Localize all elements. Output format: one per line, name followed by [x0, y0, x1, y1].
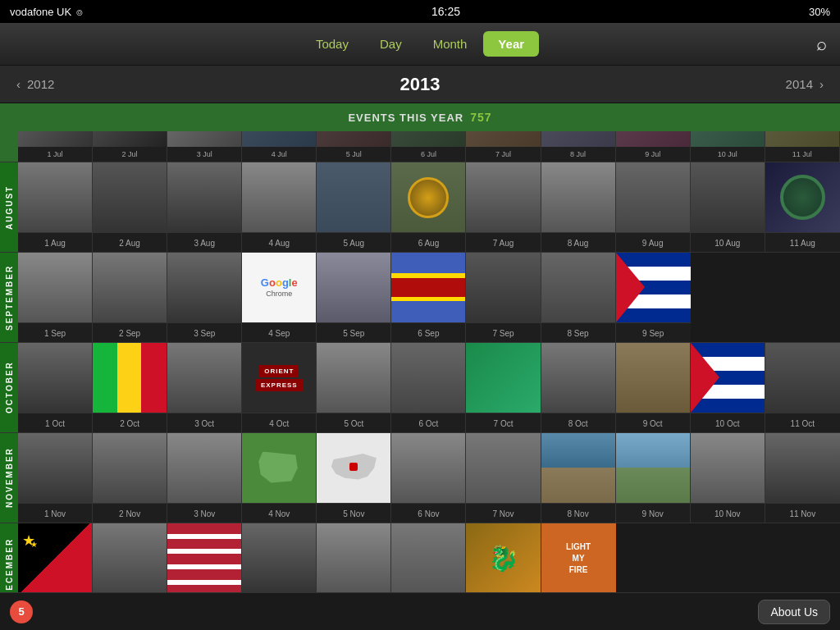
day-cell[interactable]: 2 Nov: [93, 433, 167, 523]
day-cell[interactable]: LIGHTMYFIRE 8 Dec: [541, 523, 616, 592]
search-button[interactable]: ⌕: [816, 34, 827, 55]
day-cell[interactable]: 6 Oct: [391, 343, 466, 432]
day-cell[interactable]: 2 Sep: [93, 253, 167, 342]
day-label: 5 Nov: [317, 503, 390, 523]
day-cell[interactable]: 10 Jul: [691, 131, 765, 162]
calendar-scroll[interactable]: 1 Jul 2 Jul 3 Jul 4 Jul 5 Jul 6 Jul: [0, 131, 840, 592]
day-cell[interactable]: 3 Aug: [167, 162, 242, 252]
day-cell[interactable]: 2 Jul: [93, 131, 167, 162]
day-label: 4 Sep: [242, 322, 316, 342]
day-label: 5 Oct: [317, 413, 390, 432]
events-count: 757: [470, 111, 491, 124]
tab-today[interactable]: Today: [301, 31, 363, 57]
day-cell[interactable]: 4 Aug: [242, 162, 317, 252]
day-label: 10 Nov: [691, 503, 765, 523]
month-label-aug: AUGUST: [0, 162, 18, 252]
day-cell[interactable]: 1 Aug: [18, 162, 93, 252]
day-cell[interactable]: 7 Sep: [466, 253, 541, 342]
events-label: EVENTS THIS YEAR: [348, 112, 463, 124]
day-cell[interactable]: 4 Jul: [242, 131, 317, 162]
day-cell[interactable]: 3 Nov: [167, 433, 242, 523]
day-label: 4 Oct: [242, 413, 316, 432]
day-cell[interactable]: Google Chrome 4 Sep: [242, 253, 317, 342]
day-cell[interactable]: 7 Aug: [466, 162, 541, 252]
day-cell[interactable]: 9 Jul: [616, 131, 691, 162]
carrier-text: vodafone UK: [10, 6, 71, 18]
day-cell[interactable]: 3 Jul: [167, 131, 242, 162]
day-cell[interactable]: 8 Nov: [541, 433, 616, 523]
day-cell[interactable]: 3 Sep: [167, 253, 242, 342]
day-cell[interactable]: 11 Aug: [765, 162, 840, 252]
day-label: 9 Jul: [616, 147, 690, 162]
month-row-oct: OCTOBER 1 Oct 2 Oct 3 Oct ORIENT EXPRESS: [0, 343, 840, 433]
day-cell[interactable]: 4 Nov: [242, 433, 317, 523]
day-cell[interactable]: 5 Sep: [317, 253, 391, 342]
day-cell[interactable]: 10 Aug: [691, 162, 765, 252]
day-label: 5 Jul: [317, 147, 390, 162]
day-cell[interactable]: 5 Dec: [317, 523, 391, 592]
day-cell[interactable]: 10 Oct: [691, 343, 765, 432]
day-cell[interactable]: 5 Jul: [317, 131, 391, 162]
day-cell[interactable]: 1 Oct: [18, 343, 93, 432]
prev-year-button[interactable]: ‹ 2012: [16, 77, 54, 91]
day-cell[interactable]: 4 Dec: [242, 523, 317, 592]
day-cell[interactable]: 8 Jul: [541, 131, 616, 162]
day-cell[interactable]: 7 Jul: [466, 131, 541, 162]
day-label: 8 Nov: [541, 503, 615, 523]
year-navigation: ‹ 2012 2013 2014 ›: [0, 66, 840, 103]
about-us-button[interactable]: About Us: [758, 600, 830, 624]
prev-arrow-icon: ‹: [16, 77, 21, 91]
day-cell[interactable]: 10 Nov: [691, 433, 765, 523]
day-cell[interactable]: 2 Oct: [93, 343, 167, 432]
day-label: 11 Aug: [765, 232, 840, 252]
day-cell[interactable]: 6 Jul: [391, 131, 466, 162]
day-label: 3 Sep: [167, 322, 241, 342]
sep-days: 1 Sep 2 Sep 3 Sep Google Chrome 4 Sep: [18, 253, 840, 342]
day-cell[interactable]: 5 Oct: [317, 343, 391, 432]
day-cell[interactable]: 1 Nov: [18, 433, 93, 523]
day-cell[interactable]: 9 Nov: [616, 433, 691, 523]
month-row-nov: NOVEMBER 1 Nov 2 Nov 3 Nov 4 Nov: [0, 433, 840, 523]
day-cell[interactable]: 9 Aug: [616, 162, 691, 252]
day-cell[interactable]: 11 Nov: [765, 433, 840, 523]
day-cell[interactable]: 7 Oct: [466, 343, 541, 432]
day-cell[interactable]: 8 Aug: [541, 162, 616, 252]
day-cell[interactable]: 6 Aug: [391, 162, 466, 252]
tab-year[interactable]: Year: [483, 31, 539, 57]
day-label: 11 Nov: [765, 503, 840, 523]
day-cell[interactable]: 11 Jul: [765, 131, 840, 162]
notification-badge[interactable]: 5: [10, 600, 33, 623]
day-cell[interactable]: 7 Nov: [466, 433, 541, 523]
day-cell[interactable]: 2 Dec: [93, 523, 167, 592]
time-display: 16:25: [431, 5, 460, 18]
day-cell[interactable]: 8 Sep: [541, 253, 616, 342]
day-cell[interactable]: 3 Dec: [167, 523, 242, 592]
day-label: 5 Aug: [317, 232, 390, 252]
day-cell[interactable]: 1 Jul: [18, 131, 93, 162]
day-cell[interactable]: 3 Oct: [167, 343, 242, 432]
month-row-aug: AUGUST 1 Aug 2 Aug 3 Aug 4 Aug 5 Aug: [0, 162, 840, 253]
day-cell[interactable]: 6 Sep: [391, 253, 466, 342]
day-label: 7 Oct: [466, 413, 540, 432]
day-label: 6 Jul: [391, 147, 465, 162]
next-year-button[interactable]: 2014 ›: [786, 77, 824, 91]
day-cell[interactable]: 2 Aug: [93, 162, 167, 252]
day-cell[interactable]: ★ ★ 1 Dec: [18, 523, 93, 592]
day-cell[interactable]: 5 Nov: [317, 433, 391, 523]
day-cell[interactable]: 🐉 7 Dec: [466, 523, 541, 592]
day-label: 9 Aug: [616, 232, 690, 252]
tab-day[interactable]: Day: [365, 31, 417, 57]
day-cell[interactable]: 11 Oct: [765, 343, 840, 432]
day-cell[interactable]: 9 Oct: [616, 343, 691, 432]
day-cell[interactable]: 6 Nov: [391, 433, 466, 523]
day-label: 2 Sep: [93, 322, 167, 342]
day-cell[interactable]: ORIENT EXPRESS 4 Oct: [242, 343, 317, 432]
day-label: 3 Aug: [167, 232, 241, 252]
day-cell[interactable]: 5 Aug: [317, 162, 391, 252]
day-cell[interactable]: 9 Sep: [616, 253, 691, 342]
day-cell[interactable]: 8 Oct: [541, 343, 616, 432]
tab-month[interactable]: Month: [418, 31, 482, 57]
day-cell[interactable]: 1 Sep: [18, 253, 93, 342]
nov-days: 1 Nov 2 Nov 3 Nov 4 Nov: [18, 433, 840, 523]
day-cell[interactable]: 6 Dec: [391, 523, 466, 592]
